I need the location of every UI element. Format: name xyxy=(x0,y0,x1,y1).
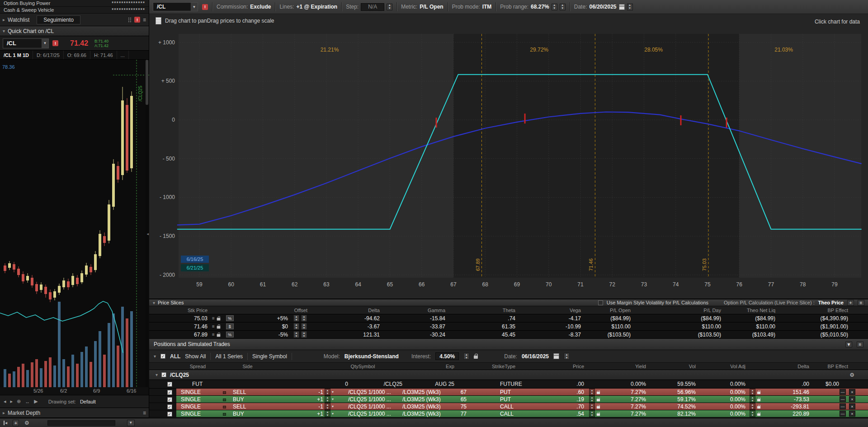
remove-row-button[interactable]: × xyxy=(849,411,855,417)
offset-stepper-2[interactable]: ▲▼ xyxy=(301,315,307,322)
position-row[interactable]: SINGLE BUY +1 ▲▼ ▾ /CLQ25 1/1000 ... /LO… xyxy=(149,410,868,418)
offset-unit-badge[interactable]: % xyxy=(226,315,234,321)
positions-header[interactable]: Positions and Simulated Trades ▼ ≡ xyxy=(149,339,868,350)
prob-range-value[interactable]: 68.27% xyxy=(531,4,549,10)
menu-icon[interactable]: ≡ xyxy=(212,316,215,321)
menu-icon[interactable]: ≡ xyxy=(143,17,146,23)
scrollbar-thumb[interactable] xyxy=(146,60,148,105)
lock-icon[interactable] xyxy=(597,406,600,409)
go-first-icon[interactable]: ◂ xyxy=(4,421,7,425)
lock-icon[interactable] xyxy=(474,356,478,359)
add-icon[interactable]: + xyxy=(13,420,19,426)
pan-right-icon[interactable]: ▸ xyxy=(10,399,13,404)
row-checkbox[interactable] xyxy=(167,390,172,395)
drawing-set-value[interactable]: Default xyxy=(80,399,96,404)
fit-width-icon[interactable]: ↔ xyxy=(25,399,30,404)
vol-adj-stepper[interactable]: ▲▼ xyxy=(750,403,755,410)
chevron-down-icon[interactable]: ▾ xyxy=(332,397,334,401)
symbol-mode-dropdown[interactable]: Single Symbol xyxy=(252,353,287,360)
chart-more-button[interactable]: ... xyxy=(117,51,129,59)
remove-row-button[interactable]: × xyxy=(849,389,855,395)
tab-seguimiento[interactable]: Seguimiento xyxy=(37,15,80,24)
minimize-row-button[interactable]: — xyxy=(840,411,846,417)
market-depth-header[interactable]: ▸ Market Depth ≡ xyxy=(0,408,149,418)
lock-icon[interactable] xyxy=(597,392,600,394)
position-row[interactable]: SINGLE BUY +1 ▲▼ ▾ /CLQ25 1/1000 ... /LO… xyxy=(149,396,868,403)
qty-stepper[interactable]: ▲▼ xyxy=(325,410,330,417)
metric-control[interactable]: Metric: P/L Open xyxy=(401,4,443,10)
date-stepper[interactable]: ▲▼ xyxy=(627,4,633,10)
chevron-down-icon[interactable]: ▾ xyxy=(3,28,5,33)
chevron-right-icon[interactable]: ▸ xyxy=(3,410,5,415)
chevron-down-icon[interactable]: ▼ xyxy=(190,3,198,11)
gear-icon[interactable]: ⚙ xyxy=(849,372,854,378)
row-checkbox[interactable] xyxy=(167,412,172,417)
offset-stepper-2[interactable]: ▲▼ xyxy=(301,331,307,338)
price-stepper[interactable]: ▲▼ xyxy=(589,410,595,417)
position-group-row[interactable]: ▾ /CLQ25 ⚙ xyxy=(149,370,868,380)
chevron-down-icon[interactable]: ▾ xyxy=(332,390,334,394)
commission-control[interactable]: Commission: Exclude xyxy=(217,4,271,10)
prob-mode-control[interactable]: Prob mode: ITM xyxy=(452,4,492,10)
note-icon[interactable] xyxy=(156,17,161,24)
calendar-icon[interactable] xyxy=(553,353,559,359)
add-slice-button[interactable]: + xyxy=(847,300,854,306)
date-value[interactable]: 06/16/2025 xyxy=(522,353,549,360)
lock-icon[interactable] xyxy=(757,406,760,409)
future-row[interactable]: FUT 0 /CLQ25 AUG 25 FUTURE .00 0.00% 59.… xyxy=(149,380,868,389)
menu-icon[interactable]: ≡ xyxy=(857,342,863,347)
offset-stepper[interactable]: ▲▼ xyxy=(293,315,299,322)
sidebar-scrollbar[interactable] xyxy=(146,60,148,387)
series-dropdown[interactable]: All 1 Series xyxy=(215,353,243,360)
remove-row-button[interactable]: × xyxy=(849,403,855,409)
lock-icon[interactable] xyxy=(217,318,221,321)
chevron-down-icon[interactable]: ▾ xyxy=(332,404,334,408)
interest-value[interactable]: 4.50% xyxy=(435,352,459,360)
all-checkbox[interactable] xyxy=(160,354,165,359)
group-checkbox[interactable] xyxy=(161,372,166,377)
minimize-row-button[interactable]: — xyxy=(840,403,846,409)
minimize-row-button[interactable]: — xyxy=(840,396,846,402)
offset-stepper[interactable]: ▲▼ xyxy=(293,323,299,330)
offset-unit-badge[interactable]: % xyxy=(226,332,234,337)
vol-adj-stepper[interactable]: ▲▼ xyxy=(750,396,755,403)
prob-range-stepper-2[interactable]: ▲▼ xyxy=(560,4,566,10)
show-all-dropdown[interactable]: Show All xyxy=(185,353,206,360)
gear-icon[interactable]: ⚙ xyxy=(24,420,29,426)
lock-icon[interactable] xyxy=(597,413,600,416)
lock-icon[interactable] xyxy=(757,392,760,394)
chevron-right-icon[interactable]: ▸ xyxy=(3,17,5,22)
panel-collapse-handle[interactable]: ◂ xyxy=(146,232,149,236)
remove-row-button[interactable]: × xyxy=(849,396,855,402)
offset-stepper[interactable]: ▲▼ xyxy=(293,331,299,338)
lines-control[interactable]: Lines: +1 @ Expiration xyxy=(279,4,337,10)
alert-icon[interactable]: ! xyxy=(134,17,140,23)
row-checkbox[interactable] xyxy=(167,404,172,409)
lock-icon[interactable] xyxy=(217,334,221,337)
symbol-combo[interactable]: /CL ▼ xyxy=(153,2,198,11)
alert-icon[interactable]: ! xyxy=(52,40,58,46)
price-slices-header[interactable]: ▾ Price Slices Use Margin Style Volatili… xyxy=(149,299,868,306)
drag-handle-icon[interactable] xyxy=(128,17,132,23)
row-checkbox[interactable] xyxy=(167,382,172,387)
qty-stepper[interactable]: ▲▼ xyxy=(325,389,330,395)
lock-icon[interactable] xyxy=(757,413,760,416)
zoom-icon[interactable]: ⊕ xyxy=(17,399,21,404)
position-row[interactable]: SINGLE SELL -1 ▲▼ ▾ /CLQ25 1/1000 ... /L… xyxy=(149,389,868,396)
chevron-down-icon[interactable]: ▾ xyxy=(156,372,158,377)
symbol-combo[interactable]: /CL ▼ xyxy=(3,38,49,48)
lock-icon[interactable] xyxy=(757,399,760,402)
quick-chart-header[interactable]: ▾ Quick Chart on /CL xyxy=(0,26,149,36)
menu-icon[interactable]: ≡ xyxy=(212,324,215,329)
chevron-down-icon[interactable]: ▾ xyxy=(332,412,334,416)
qty-stepper[interactable]: ▲▼ xyxy=(325,396,330,403)
watchlist-label[interactable]: Watchlist xyxy=(8,17,29,23)
expand-panel-button[interactable]: ▼ xyxy=(127,420,135,426)
prob-range-stepper[interactable]: ▲▼ xyxy=(552,4,557,10)
calc-method-value[interactable]: Theo Price xyxy=(818,300,844,305)
date-stepper[interactable]: ▲▼ xyxy=(564,353,570,360)
vol-adj-stepper[interactable]: ▲▼ xyxy=(750,389,755,395)
quick-chart-candles[interactable]: /CLQ2578.36 xyxy=(0,60,149,387)
minimize-row-button[interactable]: — xyxy=(840,389,846,395)
lock-icon[interactable] xyxy=(597,399,600,402)
